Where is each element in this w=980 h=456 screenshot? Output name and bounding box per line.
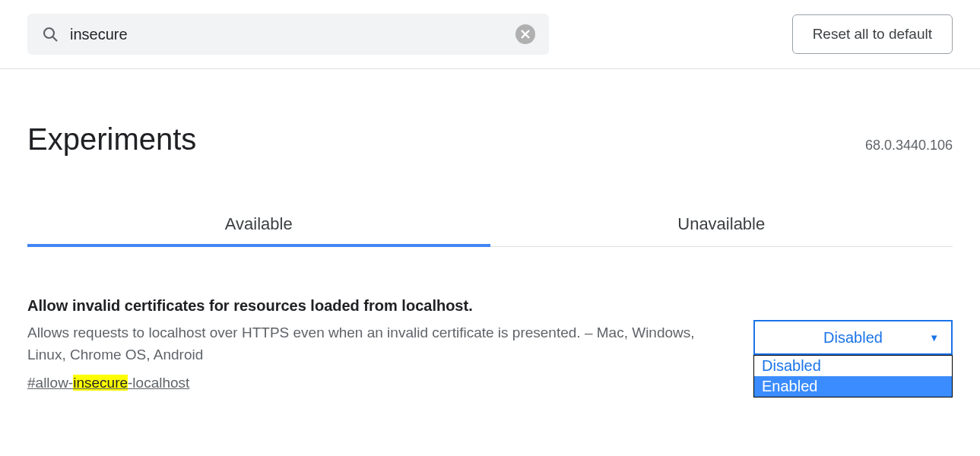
flag-description: Allows requests to localhost over HTTPS … — [27, 322, 723, 366]
flag-title: Allow invalid certificates for resources… — [27, 297, 723, 315]
clear-search-icon[interactable] — [515, 24, 535, 44]
flag-text: Allow invalid certificates for resources… — [27, 297, 723, 391]
tab-unavailable[interactable]: Unavailable — [490, 202, 953, 246]
svg-line-1 — [53, 37, 58, 42]
top-bar: Reset all to default — [0, 0, 980, 69]
flag-slug[interactable]: #allow-insecure-localhost — [27, 375, 723, 391]
slug-prefix: #allow- — [27, 375, 73, 391]
reset-all-button[interactable]: Reset all to default — [792, 14, 953, 54]
tab-available[interactable]: Available — [27, 202, 490, 246]
flag-control: Disabled ▼ Disabled Enabled — [753, 320, 953, 355]
version-label: 68.0.3440.106 — [865, 138, 953, 154]
search-icon — [41, 25, 59, 43]
flag-row: Allow invalid certificates for resources… — [27, 297, 953, 391]
flag-dropdown: Disabled Enabled — [753, 355, 953, 397]
search-input[interactable] — [70, 26, 505, 43]
search-container — [27, 14, 549, 55]
option-disabled[interactable]: Disabled — [754, 356, 952, 376]
page-title: Experiments — [27, 122, 196, 157]
slug-suffix: -localhost — [128, 375, 189, 391]
flag-select[interactable]: Disabled ▼ — [753, 320, 953, 355]
tabs: Available Unavailable — [27, 202, 953, 247]
chevron-down-icon: ▼ — [929, 332, 939, 344]
svg-point-0 — [44, 28, 54, 38]
page-header: Experiments 68.0.3440.106 — [27, 122, 953, 157]
option-enabled[interactable]: Enabled — [754, 376, 952, 397]
slug-highlight: insecure — [73, 375, 128, 391]
content: Experiments 68.0.3440.106 Available Unav… — [0, 69, 980, 391]
flag-select-value: Disabled — [823, 329, 883, 347]
